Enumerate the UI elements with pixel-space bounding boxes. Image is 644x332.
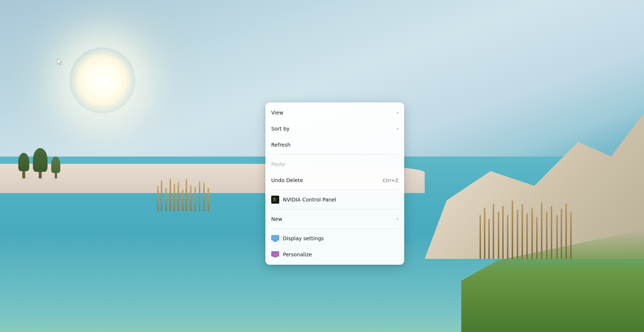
menu-item-new-label: New: [271, 216, 394, 222]
personalize-icon: [271, 250, 279, 259]
menu-item-undo-delete-label: Undo Delete: [271, 177, 383, 183]
menu-item-sort-by-label: Sort by: [271, 126, 394, 132]
menu-item-paste-label: Paste: [271, 161, 398, 167]
menu-item-display-settings-label: Display settings: [283, 235, 398, 241]
svg-rect-2: [273, 241, 277, 242]
menu-item-view-label: View: [271, 110, 394, 116]
new-submenu-arrow: ›: [397, 216, 398, 222]
trees-decoration: [7, 135, 80, 178]
divider-4: [271, 229, 398, 229]
menu-item-display-settings[interactable]: Display settings: [265, 230, 404, 246]
divider-2: [271, 190, 398, 190]
menu-item-sort-by[interactable]: Sort by ›: [265, 121, 404, 137]
undo-delete-shortcut: Ctrl+Z: [383, 178, 398, 183]
menu-item-new[interactable]: New ›: [265, 211, 404, 227]
sun-decoration: [69, 48, 135, 113]
svg-rect-1: [274, 241, 277, 241]
sort-by-submenu-arrow: ›: [397, 126, 398, 131]
nvidia-logo: [271, 196, 279, 204]
divider-1: [271, 154, 398, 155]
reeds-mid-decoration: [154, 175, 227, 211]
view-submenu-arrow: ›: [397, 110, 398, 115]
display-settings-icon: [271, 234, 279, 242]
menu-item-personalize-label: Personalize: [283, 252, 398, 257]
menu-item-nvidia[interactable]: NVIDIA Control Panel: [265, 192, 404, 208]
menu-item-paste: Paste: [265, 156, 404, 172]
svg-rect-0: [272, 235, 279, 240]
svg-rect-3: [272, 252, 279, 256]
divider-3: [271, 209, 398, 210]
context-menu: View › Sort by › Refresh Paste Undo Dele…: [265, 102, 404, 265]
menu-item-undo-delete[interactable]: Undo Delete Ctrl+Z: [265, 172, 404, 188]
menu-item-refresh-label: Refresh: [271, 142, 398, 148]
menu-item-personalize[interactable]: Personalize: [265, 246, 404, 263]
menu-item-refresh[interactable]: Refresh: [265, 137, 404, 153]
menu-item-nvidia-label: NVIDIA Control Panel: [283, 197, 398, 203]
reeds-right-decoration: [480, 193, 589, 259]
nvidia-icon: [271, 196, 279, 204]
svg-rect-4: [274, 257, 277, 257]
menu-item-view[interactable]: View ›: [265, 105, 404, 121]
